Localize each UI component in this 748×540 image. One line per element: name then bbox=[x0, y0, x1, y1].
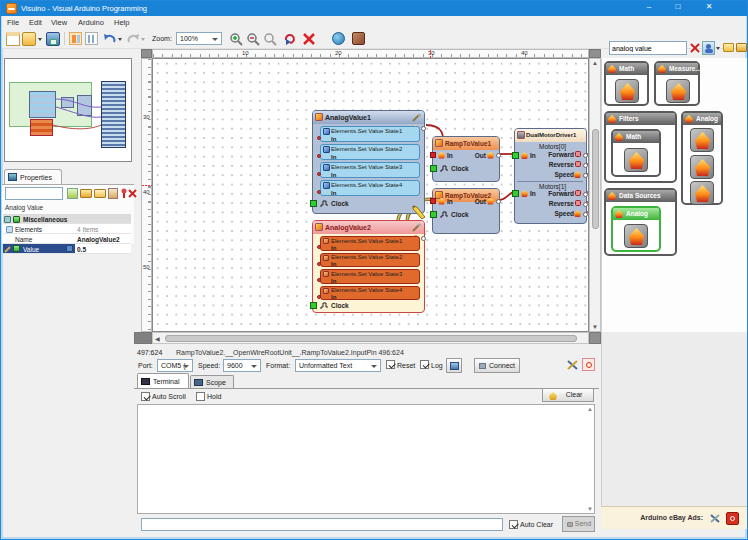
web-help-icon[interactable] bbox=[332, 32, 345, 45]
in-connector[interactable] bbox=[317, 136, 321, 140]
open-dropdown-caret[interactable] bbox=[38, 38, 42, 41]
send-button[interactable]: Send bbox=[562, 516, 595, 532]
redo-dropdown-caret[interactable] bbox=[141, 38, 145, 41]
redo-icon[interactable] bbox=[126, 32, 140, 46]
in-connector[interactable] bbox=[430, 198, 436, 204]
toolbox-item-analog-selected[interactable]: Analog bbox=[611, 206, 661, 252]
format-combobox[interactable]: Unformatted Text bbox=[295, 359, 381, 372]
scroll-left-arrow[interactable]: ◀ bbox=[155, 335, 160, 342]
ad-settings-icon[interactable] bbox=[709, 513, 721, 524]
element-row[interactable]: Elements.Set Value State2 In bbox=[320, 144, 420, 160]
property-category-row[interactable]: Miscellaneous bbox=[3, 214, 131, 224]
element-row[interactable]: Elements.Set Value State4 In bbox=[320, 180, 420, 196]
connect-button[interactable]: Connect bbox=[474, 358, 520, 373]
analog-value-component-icon[interactable] bbox=[624, 224, 648, 248]
terminal-scroll-down-arrow[interactable]: ▼ bbox=[587, 506, 593, 512]
terminal-output[interactable]: ▲ ▼ bbox=[137, 404, 595, 514]
new-project-icon[interactable] bbox=[6, 32, 20, 46]
out-connector[interactable] bbox=[583, 192, 588, 197]
scroll-up-arrow[interactable]: ▲ bbox=[590, 60, 600, 66]
clock-connector[interactable] bbox=[430, 165, 437, 172]
filter-user-icon[interactable] bbox=[702, 41, 715, 55]
close-panel-icon[interactable] bbox=[128, 189, 137, 198]
diagram-minimap[interactable] bbox=[4, 58, 132, 162]
measure-component-icon[interactable] bbox=[666, 79, 690, 103]
open-project-icon[interactable] bbox=[22, 32, 36, 46]
out-connector[interactable] bbox=[583, 212, 588, 217]
element-row[interactable]: Elements.Set Value State2 In bbox=[320, 253, 420, 268]
power-icon[interactable] bbox=[582, 358, 595, 371]
toolbox-category-filters[interactable]: Filters Math bbox=[604, 111, 677, 183]
send-message-input[interactable] bbox=[141, 518, 503, 531]
out-connector[interactable] bbox=[496, 153, 501, 158]
filter-math-component-icon[interactable] bbox=[624, 148, 648, 172]
in-connector[interactable] bbox=[512, 190, 519, 197]
close-button[interactable]: ✕ bbox=[698, 1, 720, 14]
zoom-reset-icon[interactable] bbox=[263, 32, 277, 46]
clear-search-icon[interactable] bbox=[690, 43, 701, 54]
menu-help[interactable]: Help bbox=[114, 18, 129, 27]
filter-dropdown-caret[interactable] bbox=[716, 47, 720, 50]
out-connector[interactable] bbox=[583, 173, 588, 178]
tab-terminal[interactable]: Terminal bbox=[137, 373, 189, 388]
refresh-board-icon[interactable] bbox=[283, 32, 297, 46]
block-dualmotordriver1[interactable]: DualMotorDriver1 Motors[0] In Forward Re… bbox=[514, 128, 587, 224]
property-row-elements[interactable]: Elements 4 Items bbox=[3, 224, 131, 234]
block-header[interactable]: DualMotorDriver1 bbox=[515, 129, 586, 142]
collapse-all-icon[interactable] bbox=[94, 189, 106, 198]
block-ramptovalue2[interactable]: RampToValue2 In Out Clock bbox=[432, 188, 500, 234]
log-file-button[interactable] bbox=[446, 358, 462, 373]
block-header[interactable]: AnalogValue2 bbox=[313, 221, 424, 234]
in-connector[interactable] bbox=[430, 152, 436, 158]
canvas-horizontal-scrollbar[interactable]: ◀ bbox=[152, 332, 589, 344]
element-row[interactable]: Elements.Set Value State4 In bbox=[320, 286, 420, 301]
log-checkbox[interactable] bbox=[420, 360, 429, 369]
reset-checkbox[interactable] bbox=[386, 360, 395, 369]
in-connector[interactable] bbox=[317, 262, 321, 266]
port-combobox[interactable]: COM5 ( bbox=[157, 359, 193, 372]
out-connector[interactable] bbox=[496, 199, 501, 204]
undo-icon[interactable] bbox=[103, 32, 117, 46]
speed-combobox[interactable]: 9600 bbox=[223, 359, 261, 372]
component-search-input[interactable] bbox=[609, 41, 687, 55]
clock-connector[interactable] bbox=[310, 302, 317, 309]
zoom-in-icon[interactable] bbox=[229, 32, 243, 46]
expand-folders-icon[interactable] bbox=[736, 43, 747, 52]
wrench-icon[interactable] bbox=[412, 223, 422, 232]
vertical-scroll-thumb[interactable] bbox=[592, 129, 599, 229]
toolbox-category-math[interactable]: Math bbox=[604, 61, 649, 106]
connection-settings-icon[interactable] bbox=[566, 359, 579, 371]
element-row[interactable]: Elements.Set Value State3 In bbox=[320, 162, 420, 178]
property-row-name[interactable]: Name AnalogValue2 bbox=[3, 234, 131, 244]
property-filter-input[interactable] bbox=[5, 187, 63, 200]
toggle-properties-panel-icon[interactable] bbox=[69, 32, 82, 45]
pin-panel-icon[interactable] bbox=[120, 188, 128, 199]
horizontal-scroll-thumb[interactable] bbox=[165, 335, 577, 342]
block-header[interactable]: AnalogValue1 bbox=[313, 111, 424, 124]
out-connector[interactable] bbox=[583, 202, 588, 207]
delete-icon[interactable] bbox=[302, 32, 316, 46]
canvas-vertical-scrollbar[interactable]: ▲ ▼ bbox=[589, 58, 601, 332]
menu-view[interactable]: View bbox=[51, 18, 67, 27]
block-ramptovalue1[interactable]: RampToValue1 In Out Clock bbox=[432, 136, 500, 182]
toolbox-category-data-sources[interactable]: Data Sources Analog bbox=[604, 188, 677, 256]
auto-clear-checkbox[interactable] bbox=[509, 520, 518, 529]
in-connector[interactable] bbox=[317, 172, 321, 176]
toggle-grid-view-icon[interactable] bbox=[85, 32, 98, 45]
undo-dropdown-caret[interactable] bbox=[118, 38, 122, 41]
minimize-button[interactable]: – bbox=[638, 1, 660, 14]
out-connector[interactable] bbox=[421, 236, 426, 241]
property-filter-icon[interactable] bbox=[67, 188, 78, 199]
zoom-out-icon[interactable] bbox=[246, 32, 260, 46]
block-header[interactable]: RampToValue1 bbox=[433, 137, 499, 150]
clock-connector[interactable] bbox=[430, 211, 437, 218]
out-connector[interactable] bbox=[583, 163, 588, 168]
toolbox-category-measure[interactable]: Measure... bbox=[654, 61, 700, 106]
tab-scope[interactable]: Scope bbox=[190, 375, 234, 388]
analog-component-icon[interactable] bbox=[690, 181, 714, 205]
clock-connector[interactable] bbox=[310, 200, 317, 207]
new-folder-icon[interactable] bbox=[723, 43, 734, 52]
in-connector[interactable] bbox=[317, 278, 321, 282]
out-connector[interactable] bbox=[583, 153, 588, 158]
in-connector[interactable] bbox=[317, 154, 321, 158]
